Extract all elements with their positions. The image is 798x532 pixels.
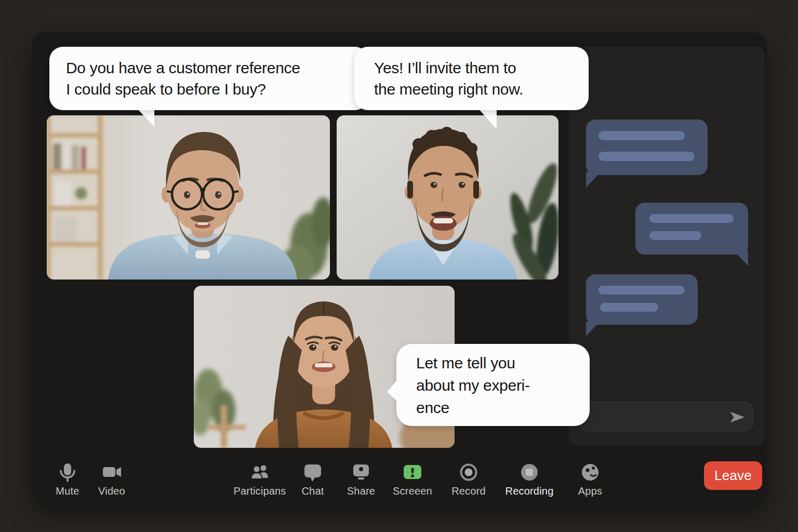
video-tile-participant-2[interactable] — [337, 115, 558, 280]
speech-line: ence — [416, 396, 573, 419]
chat-input-container — [580, 402, 753, 431]
chat-skeleton-message — [586, 274, 698, 325]
speech-line: about my experi- — [416, 374, 573, 396]
video-camera-icon — [75, 461, 148, 483]
speech-bubble-1: Do you have a customer reference I could… — [49, 47, 368, 110]
speech-bubble-3: Let me tell you about my experi- ence — [396, 344, 590, 426]
leave-button[interactable]: Leave — [704, 461, 762, 490]
chat-panel — [569, 47, 765, 446]
participant-1-video — [47, 115, 330, 280]
skeleton-line — [649, 231, 701, 240]
speech-line: Yes! I’ll invite them to — [374, 57, 572, 78]
video-tile-participant-1[interactable] — [47, 115, 330, 280]
speech-line: Do you have a customer reference — [66, 57, 352, 78]
send-button[interactable] — [729, 409, 746, 424]
toolbar-label: Video — [75, 485, 148, 497]
skeleton-line — [598, 131, 685, 140]
meeting-app: Do you have a customer reference I could… — [0, 0, 798, 532]
speech-line: Let me tell you — [416, 352, 573, 374]
chat-skeleton-message — [586, 119, 708, 175]
speech-bubble-2: Yes! I’ll invite them to the meeting rig… — [354, 47, 589, 110]
toolbar-item-apps[interactable]: Apps — [554, 461, 627, 497]
skeleton-line — [649, 214, 734, 223]
chat-skeleton-message — [635, 203, 748, 255]
toolbar-label: Apps — [554, 485, 627, 497]
skeleton-line — [598, 152, 695, 161]
chat-skeleton-tail — [586, 322, 600, 336]
participant-2-video — [337, 115, 558, 280]
speech-line: I could speak to before I buy? — [66, 78, 352, 100]
skeleton-line — [598, 286, 685, 295]
apps-smiley-icon — [554, 461, 627, 483]
speech-line: the meeting right now. — [374, 78, 572, 100]
skeleton-line — [600, 303, 658, 312]
send-arrow-icon — [729, 409, 746, 425]
chat-message-input[interactable] — [588, 405, 730, 428]
toolbar-item-video[interactable]: Video — [75, 461, 148, 497]
